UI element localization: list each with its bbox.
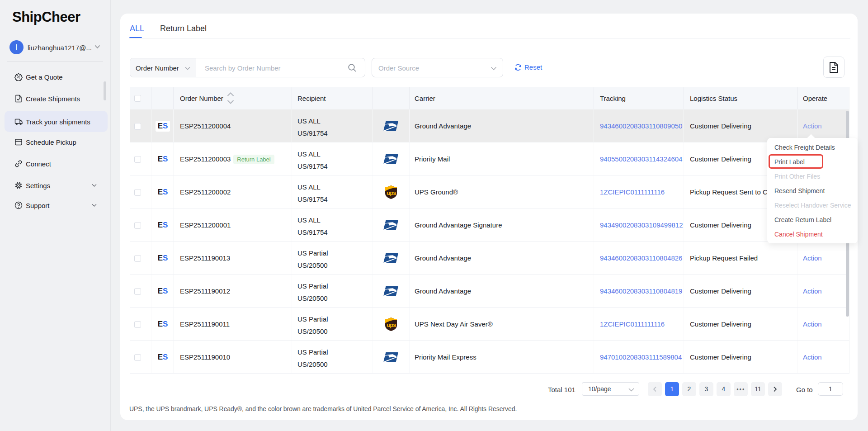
svg-text:ups: ups [387, 322, 396, 328]
svg-text:ups: ups [387, 190, 396, 196]
